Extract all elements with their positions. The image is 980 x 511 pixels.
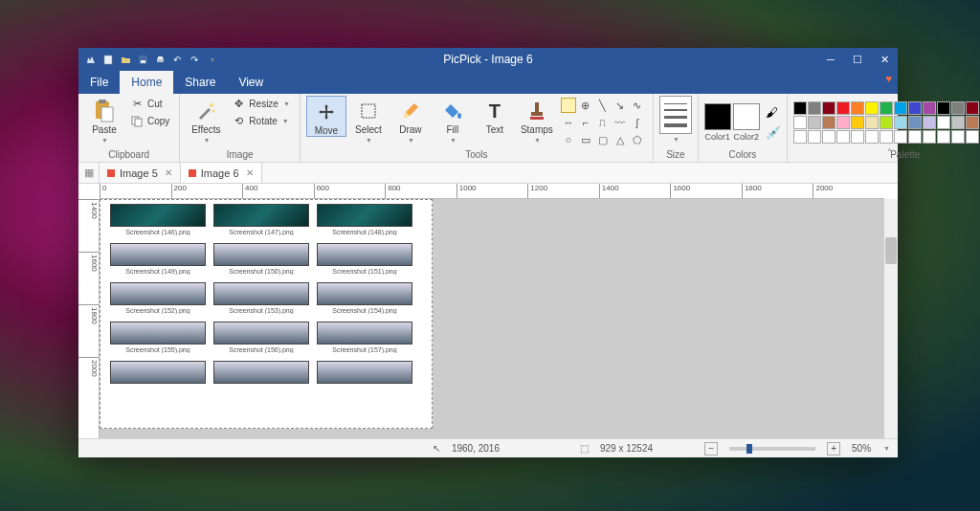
paste-button[interactable]: Paste ▼	[84, 96, 124, 144]
palette-color[interactable]	[894, 130, 907, 144]
shape-rect[interactable]: ▭	[578, 132, 593, 147]
shape-highlighter[interactable]	[561, 98, 576, 113]
color1-button[interactable]: Color1	[704, 103, 731, 142]
doc-tab-image6[interactable]: Image 6 ✕	[181, 163, 262, 183]
select-tool[interactable]: Select▼	[348, 96, 389, 144]
palette-color[interactable]	[851, 116, 864, 129]
tab-close-icon[interactable]: ✕	[165, 167, 172, 178]
qat-customize-icon[interactable]: ▼	[206, 53, 219, 66]
zoom-dropdown-icon[interactable]: ▼	[883, 445, 890, 452]
palette-color[interactable]	[966, 101, 979, 115]
palette-color[interactable]	[937, 130, 950, 144]
rotate-button[interactable]: ⟲ Rotate▼	[228, 113, 294, 129]
zoom-out-button[interactable]: −	[704, 442, 718, 455]
shape-double-arrow[interactable]: ↔	[561, 115, 576, 130]
ribbon-collapse-icon[interactable]: ˄	[887, 147, 892, 158]
shapes-gallery[interactable]: ⊕ ╲ ↘ ∿ ↔ ⌐ ⎍ 〰 ∫ ○ ▭ ▢ △ ⬠	[559, 96, 647, 149]
shape-polygon[interactable]: ⬠	[630, 132, 645, 147]
palette-color[interactable]	[822, 116, 835, 129]
grid-view-button[interactable]: ▦	[78, 163, 100, 183]
open-icon[interactable]	[119, 53, 132, 66]
palette-color[interactable]	[793, 130, 807, 144]
shape-line[interactable]: ╲	[595, 98, 611, 113]
palette-color[interactable]	[865, 130, 879, 144]
palette-color[interactable]	[894, 101, 907, 115]
zoom-in-button[interactable]: +	[827, 442, 840, 455]
palette-color[interactable]	[951, 130, 965, 144]
shape-freeform[interactable]: ∫	[630, 115, 645, 130]
canvas-viewport[interactable]: Screenshot (146).png Screenshot (147).pn…	[100, 199, 884, 438]
zoom-slider[interactable]	[729, 447, 815, 451]
palette-color[interactable]	[908, 130, 922, 144]
palette-color[interactable]	[808, 116, 821, 129]
tab-home[interactable]: Home	[120, 71, 173, 94]
palette-color[interactable]	[923, 101, 936, 115]
palette-color[interactable]	[908, 101, 922, 115]
color2-button[interactable]: Color2	[733, 103, 760, 142]
tab-view[interactable]: View	[227, 71, 275, 94]
palette-color[interactable]	[808, 101, 821, 115]
palette-color[interactable]	[923, 116, 936, 129]
palette-color[interactable]	[836, 130, 850, 144]
vertical-scrollbar[interactable]	[884, 199, 898, 438]
shape-ellipse[interactable]: ○	[561, 132, 576, 147]
scroll-thumb[interactable]	[885, 237, 897, 264]
undo-icon[interactable]: ↶	[170, 53, 184, 66]
copy-button[interactable]: Copy	[126, 113, 173, 129]
palette-grid[interactable]	[793, 101, 980, 144]
palette-color[interactable]	[880, 101, 893, 115]
palette-color[interactable]	[836, 101, 850, 115]
canvas[interactable]: Screenshot (146).png Screenshot (147).pn…	[100, 199, 433, 429]
palette-color[interactable]	[851, 101, 864, 115]
palette-color[interactable]	[822, 130, 835, 144]
palette-color[interactable]	[865, 116, 879, 129]
print-icon[interactable]	[153, 53, 167, 66]
shape-roundrect[interactable]: ▢	[595, 132, 611, 147]
palette-color[interactable]	[937, 101, 950, 115]
effects-button[interactable]: Effects ▼	[186, 96, 226, 144]
tab-file[interactable]: File	[78, 71, 120, 94]
shape-target[interactable]: ⊕	[578, 98, 593, 113]
palette-color[interactable]	[793, 116, 807, 129]
tab-share[interactable]: Share	[173, 71, 227, 94]
palette-color[interactable]	[894, 116, 907, 129]
new-icon[interactable]	[101, 53, 115, 66]
palette-color[interactable]	[951, 116, 965, 129]
doc-tab-image5[interactable]: Image 5 ✕	[100, 163, 181, 183]
redo-icon[interactable]: ↷	[188, 53, 201, 66]
shape-polyline[interactable]: ⎍	[595, 115, 611, 130]
eyedropper-icon[interactable]: 💉	[766, 125, 781, 140]
palette-color[interactable]	[880, 116, 893, 129]
palette-color[interactable]	[937, 116, 950, 129]
shape-triangle[interactable]: △	[612, 132, 628, 147]
shape-connector[interactable]: ⌐	[578, 115, 593, 130]
resize-button[interactable]: ✥ Resize▼	[228, 96, 294, 112]
shape-arrow[interactable]: ↘	[612, 98, 628, 113]
cut-button[interactable]: ✂ Cut	[126, 96, 173, 112]
palette-color[interactable]	[793, 101, 807, 115]
move-tool[interactable]: Move	[306, 96, 346, 137]
brush-icon[interactable]: 🖌	[766, 105, 781, 120]
palette-color[interactable]	[908, 116, 922, 129]
palette-color[interactable]	[836, 116, 850, 129]
shape-curve[interactable]: ∿	[630, 98, 645, 113]
palette-color[interactable]	[966, 130, 979, 144]
heart-icon[interactable]: ♥	[885, 73, 892, 84]
draw-tool[interactable]: Draw▼	[390, 96, 431, 144]
fill-tool[interactable]: Fill▼	[433, 96, 473, 144]
palette-color[interactable]	[951, 101, 965, 115]
size-dropdown[interactable]	[659, 96, 692, 134]
palette-color[interactable]	[808, 130, 821, 144]
palette-color[interactable]	[923, 130, 936, 144]
palette-color[interactable]	[865, 101, 879, 115]
text-tool[interactable]: T Text	[475, 96, 515, 135]
maximize-button[interactable]: ☐	[844, 48, 871, 71]
shape-bezier[interactable]: 〰	[612, 115, 628, 130]
palette-color[interactable]	[822, 101, 835, 115]
stamps-tool[interactable]: Stamps▼	[517, 96, 557, 144]
minimize-button[interactable]: ─	[817, 48, 844, 71]
palette-color[interactable]	[966, 116, 979, 129]
save-icon[interactable]	[136, 53, 149, 66]
tab-close-icon[interactable]: ✕	[246, 167, 254, 178]
palette-color[interactable]	[880, 130, 893, 144]
